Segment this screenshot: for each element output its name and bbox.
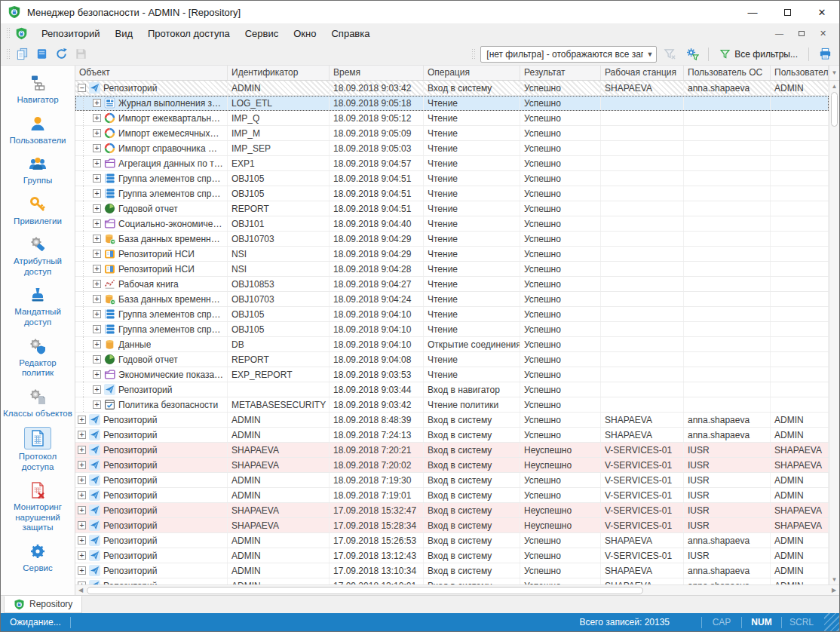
grid-row[interactable]: +Социально-экономичес...OBJ10118.09.2018… xyxy=(75,216,829,232)
grid-row[interactable]: +Группа элементов справ...OBJ10518.09.20… xyxy=(75,171,829,186)
expand-expander[interactable]: + xyxy=(93,355,101,364)
sidebar-item-classes[interactable]: Классы объектов xyxy=(1,382,75,423)
new-record-button[interactable] xyxy=(13,45,31,63)
column-chooser-button[interactable]: ▼ xyxy=(829,66,839,80)
column-header-4[interactable]: Операция xyxy=(424,66,520,80)
expand-expander[interactable]: + xyxy=(93,159,101,167)
print-button[interactable] xyxy=(816,45,834,63)
grid-row[interactable]: +Импорт ежемесячныхх д...IMP_M18.09.2018… xyxy=(75,126,829,141)
close-button[interactable]: ✕ xyxy=(805,1,839,23)
grid-row[interactable]: +Агрегация данных по те...EXP118.09.2018… xyxy=(75,156,829,171)
expand-expander[interactable]: + xyxy=(93,385,101,394)
expand-expander[interactable]: + xyxy=(78,506,86,514)
expand-expander[interactable]: + xyxy=(78,566,86,575)
expand-expander[interactable]: + xyxy=(93,99,101,107)
expand-expander[interactable]: + xyxy=(93,144,101,152)
column-header-1[interactable]: Объект xyxy=(75,66,228,80)
mdi-minimize-button[interactable]: — xyxy=(769,26,789,40)
expand-expander[interactable]: + xyxy=(78,476,86,484)
menu-item-5[interactable]: Окно xyxy=(286,25,323,42)
expand-expander[interactable]: + xyxy=(93,325,101,333)
column-header-6[interactable]: Рабочая станция xyxy=(601,66,684,80)
scroll-right-arrow-icon[interactable]: ▶ xyxy=(829,587,839,594)
expand-expander[interactable]: + xyxy=(78,521,86,529)
expand-expander[interactable]: + xyxy=(93,280,101,288)
sidebar-item-key[interactable]: Привилегии xyxy=(1,190,75,231)
grid-row[interactable]: +РепозиторийADMIN17.09.2018 15:26:53Вход… xyxy=(75,533,829,548)
menu-item-2[interactable]: Вид xyxy=(107,25,140,42)
column-header-7[interactable]: Пользователь ОС xyxy=(684,66,771,80)
sidebar-item-accesslog[interactable]: Протокол доступа xyxy=(1,422,75,476)
grid-row[interactable]: +РепозиторийSHAPAEVA17.09.2018 15:28:34В… xyxy=(75,518,829,533)
save-button[interactable] xyxy=(72,45,90,63)
minimize-button[interactable]: — xyxy=(735,1,770,23)
sidebar-item-users[interactable]: Пользователи xyxy=(1,109,75,150)
expand-expander[interactable]: + xyxy=(93,340,101,348)
collapse-expander[interactable]: − xyxy=(78,84,86,92)
expand-expander[interactable]: + xyxy=(93,250,101,258)
expand-expander[interactable]: + xyxy=(93,129,101,137)
grid-row[interactable]: +ДанныеDB18.09.2018 9:04:10Открытие соед… xyxy=(75,337,829,352)
horizontal-scroll-thumb[interactable] xyxy=(87,587,643,594)
sidebar-item-service[interactable]: Сервис xyxy=(1,537,75,578)
grid-row[interactable]: +Экономические показат...EXP_REPORT18.09… xyxy=(75,367,829,382)
sidebar-item-navigator[interactable]: Навигатор xyxy=(1,69,75,109)
grid-row[interactable]: +РепозиторийSHAPAEVA18.09.2018 7:20:02Вх… xyxy=(75,458,829,473)
maximize-button[interactable] xyxy=(770,1,805,23)
sidebar-item-monitor[interactable]: Мониторинг нарушений защиты xyxy=(1,476,75,537)
grid-row[interactable]: +Журнал выполнения зад...LOG_ETL18.09.20… xyxy=(75,96,829,111)
grid-row[interactable]: +Репозиторий НСИNSI18.09.2018 9:04:29Чте… xyxy=(75,247,829,262)
refresh-button[interactable] xyxy=(52,45,70,63)
expand-expander[interactable]: + xyxy=(78,491,86,499)
expand-expander[interactable]: + xyxy=(93,400,101,409)
vertical-scroll-track[interactable] xyxy=(829,127,839,574)
column-header-8[interactable]: Пользователь xyxy=(771,66,829,80)
clear-filter-button[interactable] xyxy=(661,45,679,63)
edit-record-button[interactable] xyxy=(32,45,51,63)
mdi-close-button[interactable]: ✕ xyxy=(813,26,833,40)
grid-row[interactable]: +РепозиторийADMIN17.09.2018 13:10:34Вход… xyxy=(75,563,829,578)
grid-row[interactable]: +Импорт справочника СЭПIMP_SEP18.09.2018… xyxy=(75,141,829,156)
expand-expander[interactable]: + xyxy=(78,431,86,439)
grid-row[interactable]: +РепозиторийADMIN17.09.2018 13:10:01Вход… xyxy=(75,578,829,584)
expand-expander[interactable]: + xyxy=(93,370,101,379)
scroll-down-arrow-icon[interactable]: ▼ xyxy=(829,574,839,584)
menu-item-4[interactable]: Сервис xyxy=(238,25,287,42)
expand-expander[interactable]: + xyxy=(78,416,86,424)
resize-grip[interactable] xyxy=(824,613,839,631)
expand-expander[interactable]: + xyxy=(78,536,86,545)
grid-row[interactable]: +База данных временных ...OBJ1070318.09.… xyxy=(75,232,829,247)
scroll-left-arrow-icon[interactable]: ◀ xyxy=(75,587,86,594)
expand-expander[interactable]: + xyxy=(93,114,101,122)
grid-row[interactable]: +Группа элементов справ...OBJ10518.09.20… xyxy=(75,322,829,337)
grid-row[interactable]: +База данных временных ...OBJ1070318.09.… xyxy=(75,292,829,307)
expand-expander[interactable]: + xyxy=(78,461,86,469)
grid-row[interactable]: +Импорт ежеквартальны...IMP_Q18.09.2018 … xyxy=(75,111,829,126)
grid-row[interactable]: +Группа элементов справ...OBJ10518.09.20… xyxy=(75,186,829,201)
expand-expander[interactable]: + xyxy=(93,265,101,273)
sidebar-item-attr[interactable]: Атрибутный доступ xyxy=(1,230,75,281)
vertical-scrollbar[interactable]: ▲ ▼ xyxy=(829,81,839,584)
grid-row[interactable]: +Репозиторий НСИNSI18.09.2018 9:04:28Чте… xyxy=(75,262,829,277)
menu-item-1[interactable]: Репозиторий xyxy=(34,25,107,42)
column-header-2[interactable]: Идентификатор xyxy=(228,66,330,80)
menu-item-3[interactable]: Протокол доступа xyxy=(140,25,238,42)
tab-repository[interactable]: Repository xyxy=(4,596,82,613)
expand-expander[interactable]: + xyxy=(78,581,86,584)
expand-expander[interactable]: + xyxy=(78,551,86,560)
expand-expander[interactable]: + xyxy=(93,295,101,303)
expand-expander[interactable]: + xyxy=(93,310,101,318)
expand-expander[interactable]: + xyxy=(93,219,101,228)
grid-row[interactable]: +Годовой отчетREPORT18.09.2018 9:04:51Чт… xyxy=(75,201,829,216)
scroll-up-arrow-icon[interactable]: ▲ xyxy=(829,81,839,91)
grid-row[interactable]: +РепозиторийSHAPAEVA18.09.2018 7:20:21Вх… xyxy=(75,443,829,458)
grid-row[interactable]: +Годовой отчетREPORT18.09.2018 9:04:08Чт… xyxy=(75,352,829,367)
grid-row[interactable]: +РепозиторийADMIN18.09.2018 7:19:30Вход … xyxy=(75,473,829,488)
grid-row[interactable]: +РепозиторийADMIN18.09.2018 7:24:13Вход … xyxy=(75,428,829,443)
sidebar-item-mandatory[interactable]: Мандатный доступ xyxy=(1,281,75,331)
grid-row[interactable]: +РепозиторийSHAPAEVA17.09.2018 15:32:47В… xyxy=(75,503,829,518)
column-header-5[interactable]: Результат xyxy=(520,66,601,80)
mdi-restore-button[interactable] xyxy=(791,26,811,40)
sidebar-item-policyedit[interactable]: Редактор политик xyxy=(1,332,75,382)
grid-row[interactable]: +РепозиторийADMIN17.09.2018 13:12:43Вход… xyxy=(75,548,829,563)
